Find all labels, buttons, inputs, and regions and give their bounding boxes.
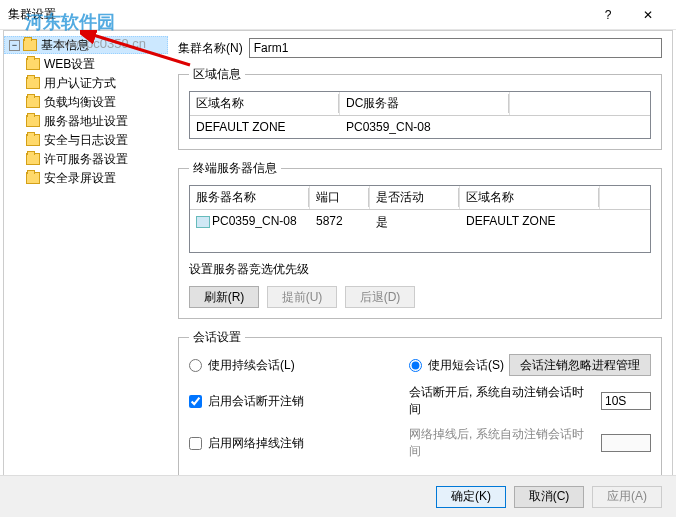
- collapse-icon[interactable]: −: [9, 40, 20, 51]
- terminal-table[interactable]: 服务器名称 端口 是否活动 区域名称 PC0359_CN-08 5872 是 D…: [189, 185, 651, 253]
- folder-icon: [26, 96, 40, 108]
- terminal-fieldset: 终端服务器信息 服务器名称 端口 是否活动 区域名称 PC0359_CN-08 …: [178, 160, 662, 319]
- close-button[interactable]: ✕: [628, 1, 668, 29]
- tree-item-auth[interactable]: 用户认证方式: [4, 74, 168, 92]
- zone-col-dc[interactable]: DC服务器: [340, 92, 510, 115]
- table-row[interactable]: DEFAULT ZONE PC0359_CN-08: [190, 116, 650, 138]
- term-col-zone[interactable]: 区域名称: [460, 186, 600, 209]
- netdown-timeout-input: [601, 434, 651, 452]
- folder-icon: [26, 172, 40, 184]
- tree-item-web[interactable]: WEB设置: [4, 55, 168, 73]
- tree-item-loadbalance[interactable]: 负载均衡设置: [4, 93, 168, 111]
- short-label: 使用短会话(S): [428, 357, 504, 374]
- terminal-legend: 终端服务器信息: [189, 160, 281, 177]
- persistent-session-radio[interactable]: [189, 359, 202, 372]
- zone-fieldset: 区域信息 区域名称 DC服务器 DEFAULT ZONE PC0359_CN-0…: [178, 66, 662, 150]
- cluster-name-input[interactable]: [249, 38, 662, 58]
- folder-icon: [26, 153, 40, 165]
- folder-icon: [23, 39, 37, 51]
- nav-tree: − 基本信息 WEB设置 用户认证方式 负载均衡设置 服务器地址设置 安全与日志…: [0, 30, 172, 470]
- session-fieldset: 会话设置 使用持续会话(L) 使用短会话(S) 会话注销忽略进程管理 启用会话断…: [178, 329, 662, 479]
- tree-item-recording[interactable]: 安全录屏设置: [4, 169, 168, 187]
- content-panel: 集群名称(N) 区域信息 区域名称 DC服务器 DEFAULT ZONE PC0…: [172, 30, 676, 470]
- priority-label: 设置服务器竞选优先级: [189, 261, 651, 278]
- term-col-name[interactable]: 服务器名称: [190, 186, 310, 209]
- zone-legend: 区域信息: [189, 66, 245, 83]
- table-row[interactable]: PC0359_CN-08 5872 是 DEFAULT ZONE: [190, 210, 650, 235]
- tree-item-security[interactable]: 安全与日志设置: [4, 131, 168, 149]
- cancel-button[interactable]: 取消(C): [514, 486, 584, 508]
- title-bar: 集群设置 ? ✕: [0, 0, 676, 30]
- tree-item-license[interactable]: 许可服务器设置: [4, 150, 168, 168]
- term-col-port[interactable]: 端口: [310, 186, 370, 209]
- folder-icon: [26, 115, 40, 127]
- ignore-process-button[interactable]: 会话注销忽略进程管理: [509, 354, 651, 376]
- window-title: 集群设置: [8, 6, 588, 23]
- server-icon: [196, 216, 210, 228]
- netdown-timeout-label: 网络掉线后, 系统自动注销会话时间: [409, 426, 595, 460]
- zone-table[interactable]: 区域名称 DC服务器 DEFAULT ZONE PC0359_CN-08: [189, 91, 651, 139]
- apply-button: 应用(A): [592, 486, 662, 508]
- term-col-active[interactable]: 是否活动: [370, 186, 460, 209]
- short-session-radio[interactable]: [409, 359, 422, 372]
- cluster-name-label: 集群名称(N): [178, 40, 243, 57]
- folder-icon: [26, 134, 40, 146]
- tree-item-serveraddr[interactable]: 服务器地址设置: [4, 112, 168, 130]
- netdown-logout-label: 启用网络掉线注销: [208, 435, 304, 452]
- help-button[interactable]: ?: [588, 1, 628, 29]
- disconnect-timeout-input[interactable]: [601, 392, 651, 410]
- netdown-logout-checkbox[interactable]: [189, 437, 202, 450]
- folder-icon: [26, 58, 40, 70]
- persistent-label: 使用持续会话(L): [208, 357, 295, 374]
- dialog-footer: 确定(K) 取消(C) 应用(A): [0, 475, 676, 517]
- tree-item-basic[interactable]: − 基本信息: [4, 36, 168, 54]
- move-up-button: 提前(U): [267, 286, 337, 308]
- refresh-button[interactable]: 刷新(R): [189, 286, 259, 308]
- folder-icon: [26, 77, 40, 89]
- disconnect-logout-checkbox[interactable]: [189, 395, 202, 408]
- session-legend: 会话设置: [189, 329, 245, 346]
- move-down-button: 后退(D): [345, 286, 415, 308]
- disconnect-logout-label: 启用会话断开注销: [208, 393, 304, 410]
- ok-button[interactable]: 确定(K): [436, 486, 506, 508]
- disconnect-timeout-label: 会话断开后, 系统自动注销会话时间: [409, 384, 595, 418]
- tree-label: 基本信息: [41, 37, 89, 54]
- zone-col-name[interactable]: 区域名称: [190, 92, 340, 115]
